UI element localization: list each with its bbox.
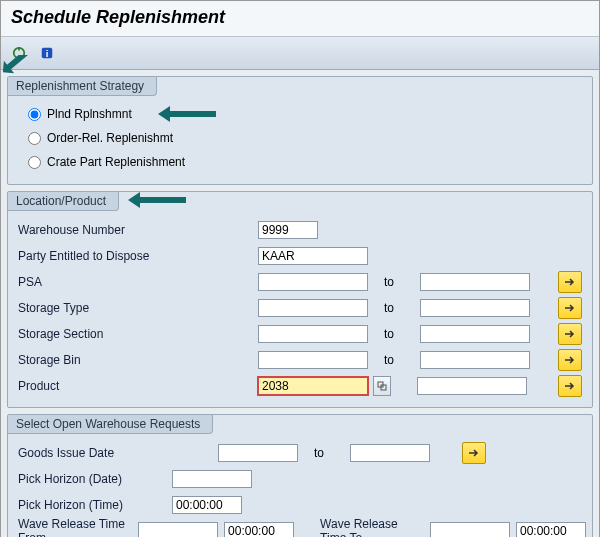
label-pick-horizon-time: Pick Horizon (Time) bbox=[14, 498, 148, 512]
open-warehouse-requests-panel: Select Open Warehouse Requests Goods Iss… bbox=[7, 414, 593, 537]
value-help-button[interactable] bbox=[373, 376, 391, 396]
label-warehouse-number: Warehouse Number bbox=[14, 223, 168, 237]
party-entitled-field[interactable] bbox=[258, 247, 368, 265]
label-wave-release-from: Wave Release Time From bbox=[14, 517, 132, 537]
storage-section-from-field[interactable] bbox=[258, 325, 368, 343]
radio-label-crate: Crate Part Replenishment bbox=[47, 155, 185, 169]
pick-horizon-time-field[interactable] bbox=[172, 496, 242, 514]
panel-title-strategy: Replenishment Strategy bbox=[8, 77, 157, 96]
annotation-arrow-icon bbox=[158, 102, 218, 126]
label-to: to bbox=[374, 301, 414, 315]
storage-bin-to-field[interactable] bbox=[420, 351, 530, 369]
wave-release-from-date-field[interactable] bbox=[138, 522, 218, 537]
label-goods-issue-date: Goods Issue Date bbox=[14, 446, 148, 460]
radio-label-plnd: Plnd Rplnshmnt bbox=[47, 107, 132, 121]
warehouse-number-field[interactable] bbox=[258, 221, 318, 239]
label-wave-release-to: Wave Release Time To bbox=[300, 517, 413, 537]
label-to: to bbox=[374, 275, 414, 289]
storage-type-to-field[interactable] bbox=[420, 299, 530, 317]
pick-horizon-date-field[interactable] bbox=[172, 470, 252, 488]
multiple-selection-button[interactable] bbox=[558, 297, 582, 319]
info-icon[interactable]: i bbox=[37, 43, 57, 63]
storage-section-to-field[interactable] bbox=[420, 325, 530, 343]
multiple-selection-button[interactable] bbox=[462, 442, 486, 464]
label-product: Product bbox=[14, 379, 168, 393]
toolbar: i bbox=[1, 37, 599, 70]
product-to-field[interactable] bbox=[417, 377, 527, 395]
label-to: to bbox=[374, 327, 414, 341]
radio-crate-part-replenishment[interactable] bbox=[28, 156, 41, 169]
label-to: to bbox=[304, 446, 344, 460]
storage-bin-from-field[interactable] bbox=[258, 351, 368, 369]
label-to: to bbox=[374, 353, 414, 367]
goods-issue-date-from-field[interactable] bbox=[218, 444, 298, 462]
svg-marker-5 bbox=[128, 192, 186, 208]
wave-release-to-time-field[interactable] bbox=[516, 522, 586, 537]
radio-order-rel-replenishmt[interactable] bbox=[28, 132, 41, 145]
label-pick-horizon-date: Pick Horizon (Date) bbox=[14, 472, 148, 486]
multiple-selection-button[interactable] bbox=[558, 375, 582, 397]
psa-from-field[interactable] bbox=[258, 273, 368, 291]
radio-plnd-rplnshmnt[interactable] bbox=[28, 108, 41, 121]
label-party-entitled: Party Entitled to Dispose bbox=[14, 249, 168, 263]
annotation-arrow-icon bbox=[128, 188, 188, 212]
label-storage-section: Storage Section bbox=[14, 327, 168, 341]
svg-text:i: i bbox=[46, 48, 49, 59]
radio-label-order: Order-Rel. Replenishmt bbox=[47, 131, 173, 145]
label-psa: PSA bbox=[14, 275, 168, 289]
multiple-selection-button[interactable] bbox=[558, 323, 582, 345]
location-product-panel: Location/Product Warehouse Number Party … bbox=[7, 191, 593, 408]
product-from-field[interactable] bbox=[258, 377, 368, 395]
replenishment-strategy-panel: Replenishment Strategy Plnd Rplnshmnt Or… bbox=[7, 76, 593, 185]
psa-to-field[interactable] bbox=[420, 273, 530, 291]
page-title: Schedule Replenishment bbox=[1, 1, 599, 37]
svg-marker-4 bbox=[158, 106, 216, 122]
panel-title-location: Location/Product bbox=[8, 192, 119, 211]
multiple-selection-button[interactable] bbox=[558, 271, 582, 293]
panel-title-openwr: Select Open Warehouse Requests bbox=[8, 415, 213, 434]
wave-release-to-date-field[interactable] bbox=[430, 522, 510, 537]
multiple-selection-button[interactable] bbox=[558, 349, 582, 371]
goods-issue-date-to-field[interactable] bbox=[350, 444, 430, 462]
label-storage-bin: Storage Bin bbox=[14, 353, 168, 367]
label-storage-type: Storage Type bbox=[14, 301, 168, 315]
execute-icon[interactable] bbox=[9, 43, 29, 63]
storage-type-from-field[interactable] bbox=[258, 299, 368, 317]
wave-release-from-time-field[interactable] bbox=[224, 522, 294, 537]
